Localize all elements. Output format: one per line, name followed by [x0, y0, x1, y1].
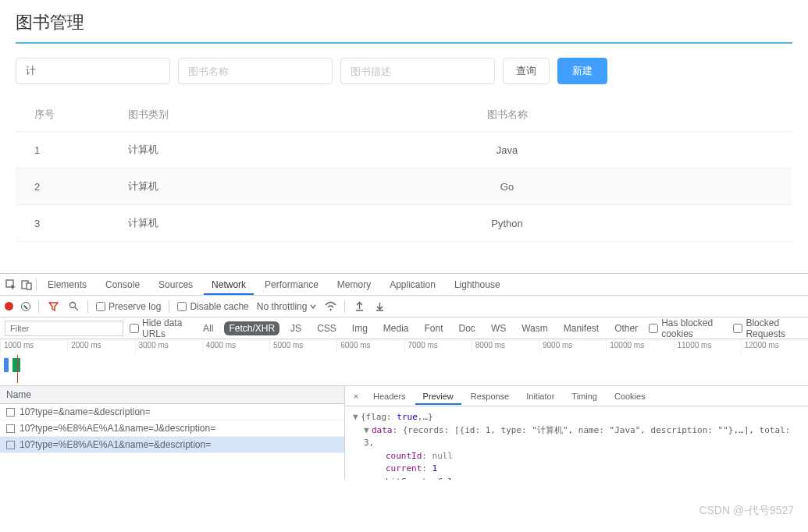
devtools-tabs: Elements Console Sources Network Perform… [0, 274, 808, 296]
filter-input[interactable] [5, 321, 123, 336]
disable-cache-checkbox[interactable]: Disable cache [177, 301, 248, 312]
devtools-panel: Elements Console Sources Network Perform… [0, 273, 808, 480]
tab-headers[interactable]: Headers [365, 388, 414, 405]
filter-all[interactable]: All [198, 321, 218, 335]
filter-other[interactable]: Other [610, 321, 642, 335]
device-toggle-icon[interactable] [20, 278, 33, 291]
timeline-tick: 2000 ms [67, 339, 134, 353]
tab-response[interactable]: Response [463, 388, 518, 405]
tab-initiator[interactable]: Initiator [518, 388, 562, 405]
cell-name: Java [343, 132, 792, 168]
tab-cookies[interactable]: Cookies [607, 388, 653, 405]
separator [36, 278, 37, 291]
name-input[interactable] [178, 58, 333, 84]
timeline-tick: 4000 ms [202, 339, 269, 353]
timeline-marker [17, 355, 18, 383]
tab-application[interactable]: Application [382, 275, 443, 295]
tab-lighthouse[interactable]: Lighthouse [447, 275, 508, 295]
th-category: 图书类别 [109, 98, 343, 132]
tab-memory[interactable]: Memory [329, 275, 379, 295]
cell-category: 计算机 [109, 168, 343, 205]
close-icon[interactable]: × [348, 392, 364, 401]
request-list: Name 10?type=&name=&description= 10?type… [0, 386, 345, 480]
timeline-tick: 9000 ms [539, 339, 606, 353]
books-table: 序号 图书类别 图书名称 1 计算机 Java 2 计算机 Go 3 计算机 P… [16, 98, 792, 242]
timeline-tick: 6000 ms [336, 339, 404, 353]
svg-line-4 [75, 307, 78, 310]
separator [38, 300, 39, 313]
cell-category: 计算机 [109, 205, 343, 242]
filter-wasm[interactable]: Wasm [517, 321, 553, 335]
request-row[interactable]: 10?type=&name=&description= [0, 404, 344, 420]
wifi-icon[interactable] [324, 300, 336, 313]
tab-performance[interactable]: Performance [257, 275, 326, 295]
svg-point-5 [329, 309, 331, 310]
chevron-down-icon [310, 303, 316, 310]
filter-icon[interactable] [47, 300, 59, 313]
cell-name: Go [343, 168, 792, 205]
network-timeline[interactable]: 1000 ms 2000 ms 3000 ms 4000 ms 5000 ms … [0, 339, 808, 386]
cell-seq: 1 [16, 132, 109, 168]
tab-timing[interactable]: Timing [564, 388, 605, 405]
tab-sources[interactable]: Sources [151, 275, 201, 295]
table-row[interactable]: 2 计算机 Go [16, 168, 792, 205]
timeline-tick: 11000 ms [674, 339, 741, 353]
preview-body[interactable]: ▼{flag: true,…} ▼data: {records: [{id: 1… [345, 406, 808, 480]
filter-fetch-xhr[interactable]: Fetch/XHR [224, 321, 279, 335]
record-icon[interactable] [5, 302, 13, 310]
filter-img[interactable]: Img [347, 321, 372, 335]
description-input[interactable] [340, 58, 495, 84]
filter-bar: 查询 新建 [16, 58, 792, 84]
request-row[interactable]: 10?type=%E8%AE%A1&name=J&description= [0, 420, 344, 437]
search-icon[interactable] [67, 300, 80, 313]
filter-js[interactable]: JS [286, 321, 306, 335]
separator [87, 300, 88, 313]
request-row[interactable]: 10?type=%E8%AE%A1&name=&description= [0, 437, 344, 453]
category-input[interactable] [16, 58, 170, 84]
filter-manifest[interactable]: Manifest [559, 321, 603, 335]
inspect-icon[interactable] [5, 278, 17, 291]
separator [344, 300, 345, 313]
clear-icon[interactable] [21, 302, 30, 311]
preview-panel: × Headers Preview Response Initiator Tim… [345, 386, 808, 480]
request-list-header[interactable]: Name [0, 386, 344, 404]
hide-data-urls-checkbox[interactable]: Hide data URLs [130, 317, 192, 339]
request-icon [6, 441, 15, 449]
tab-console[interactable]: Console [98, 275, 148, 295]
filter-font[interactable]: Font [420, 321, 448, 335]
filter-ws[interactable]: WS [486, 321, 511, 335]
timeline-tick: 5000 ms [269, 339, 336, 353]
network-filters: Hide data URLs All Fetch/XHR JS CSS Img … [0, 317, 808, 339]
download-icon[interactable] [373, 300, 386, 313]
tab-elements[interactable]: Elements [40, 275, 94, 295]
filter-css[interactable]: CSS [312, 321, 341, 335]
throttling-select[interactable]: No throttling [257, 301, 317, 312]
tab-preview[interactable]: Preview [415, 388, 461, 405]
timeline-tick: 8000 ms [472, 339, 539, 353]
tab-network[interactable]: Network [204, 275, 254, 295]
cell-category: 计算机 [109, 132, 343, 168]
upload-icon[interactable] [353, 300, 365, 313]
has-blocked-cookies-checkbox[interactable]: Has blocked cookies [649, 317, 727, 339]
table-row[interactable]: 3 计算机 Python [16, 205, 792, 242]
separator [169, 300, 169, 313]
timeline-tick: 3000 ms [135, 339, 202, 353]
cell-name: Python [343, 205, 792, 242]
network-toolbar: Preserve log Disable cache No throttling [0, 296, 808, 317]
preserve-log-checkbox[interactable]: Preserve log [96, 301, 161, 312]
th-seq: 序号 [16, 98, 109, 132]
filter-media[interactable]: Media [379, 321, 414, 335]
cell-seq: 2 [16, 168, 109, 205]
timeline-bar [4, 358, 9, 372]
page-title: 图书管理 [16, 8, 792, 42]
svg-point-3 [69, 303, 75, 308]
request-icon [6, 408, 15, 417]
blocked-requests-checkbox[interactable]: Blocked Requests [733, 317, 803, 339]
filter-doc[interactable]: Doc [454, 321, 480, 335]
query-button[interactable]: 查询 [503, 58, 550, 84]
timeline-tick: 7000 ms [404, 339, 472, 353]
svg-rect-2 [27, 283, 31, 289]
timeline-tick: 12000 ms [741, 339, 808, 353]
table-row[interactable]: 1 计算机 Java [16, 132, 792, 168]
create-button[interactable]: 新建 [557, 58, 607, 84]
